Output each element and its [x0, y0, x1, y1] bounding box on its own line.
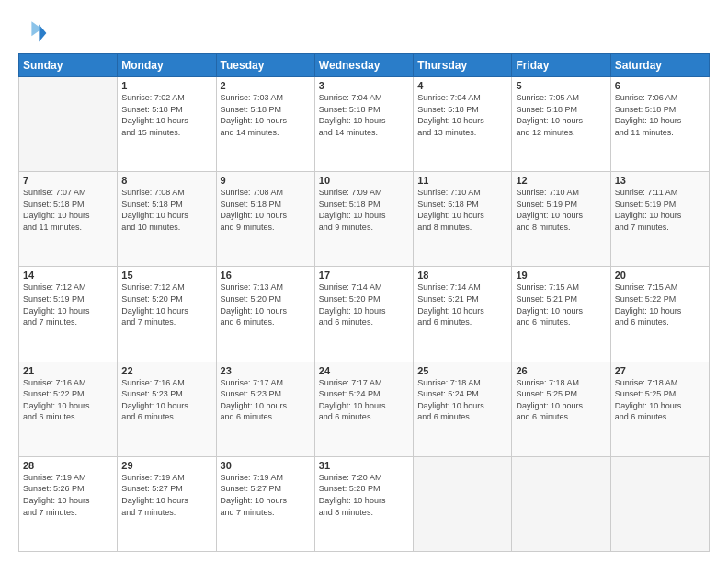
day-number: 19	[516, 270, 606, 281]
weekday-header-sunday: Sunday	[19, 54, 118, 77]
weekday-header-wednesday: Wednesday	[314, 54, 413, 77]
day-number: 22	[121, 365, 211, 376]
logo	[18, 18, 51, 48]
day-info: Sunrise: 7:17 AM Sunset: 5:23 PM Dayligh…	[221, 377, 311, 423]
calendar-cell: 8Sunrise: 7:08 AM Sunset: 5:18 PM Daylig…	[118, 172, 216, 267]
calendar-cell: 15Sunrise: 7:12 AM Sunset: 5:20 PM Dayli…	[118, 267, 216, 362]
day-number: 30	[221, 460, 311, 471]
day-info: Sunrise: 7:15 AM Sunset: 5:21 PM Dayligh…	[516, 282, 606, 327]
day-number: 7	[23, 175, 113, 186]
day-number: 1	[121, 80, 211, 91]
day-info: Sunrise: 7:14 AM Sunset: 5:20 PM Dayligh…	[319, 282, 409, 327]
calendar-table: SundayMondayTuesdayWednesdayThursdayFrid…	[18, 53, 710, 552]
weekday-header-tuesday: Tuesday	[216, 54, 314, 77]
day-info: Sunrise: 7:02 AM Sunset: 5:18 PM Dayligh…	[121, 92, 211, 138]
day-number: 24	[319, 365, 409, 376]
day-number: 23	[221, 365, 311, 376]
day-info: Sunrise: 7:07 AM Sunset: 5:18 PM Dayligh…	[23, 187, 113, 233]
calendar-header-row: SundayMondayTuesdayWednesdayThursdayFrid…	[19, 54, 710, 77]
day-number: 17	[319, 270, 409, 281]
day-number: 3	[319, 80, 409, 91]
day-info: Sunrise: 7:14 AM Sunset: 5:21 PM Dayligh…	[417, 282, 507, 327]
day-info: Sunrise: 7:13 AM Sunset: 5:20 PM Dayligh…	[221, 282, 311, 327]
day-number: 9	[221, 175, 311, 186]
calendar-cell: 30Sunrise: 7:19 AM Sunset: 5:27 PM Dayli…	[216, 456, 314, 551]
day-info: Sunrise: 7:18 AM Sunset: 5:25 PM Dayligh…	[615, 377, 705, 423]
day-number: 13	[615, 175, 705, 186]
day-info: Sunrise: 7:08 AM Sunset: 5:18 PM Dayligh…	[221, 187, 311, 233]
calendar-week-1: 1Sunrise: 7:02 AM Sunset: 5:18 PM Daylig…	[19, 77, 710, 172]
day-info: Sunrise: 7:17 AM Sunset: 5:24 PM Dayligh…	[319, 377, 409, 423]
calendar-cell: 19Sunrise: 7:15 AM Sunset: 5:21 PM Dayli…	[512, 267, 610, 362]
day-number: 16	[221, 270, 311, 281]
day-number: 8	[121, 175, 211, 186]
day-info: Sunrise: 7:12 AM Sunset: 5:19 PM Dayligh…	[23, 282, 113, 327]
calendar-week-2: 7Sunrise: 7:07 AM Sunset: 5:18 PM Daylig…	[19, 172, 710, 267]
day-info: Sunrise: 7:04 AM Sunset: 5:18 PM Dayligh…	[319, 92, 409, 138]
calendar-cell: 4Sunrise: 7:04 AM Sunset: 5:18 PM Daylig…	[414, 77, 512, 172]
day-info: Sunrise: 7:09 AM Sunset: 5:18 PM Dayligh…	[319, 187, 409, 233]
day-number: 11	[417, 175, 507, 186]
day-info: Sunrise: 7:12 AM Sunset: 5:20 PM Dayligh…	[121, 282, 211, 327]
calendar-cell: 10Sunrise: 7:09 AM Sunset: 5:18 PM Dayli…	[314, 172, 413, 267]
day-number: 15	[121, 270, 211, 281]
day-info: Sunrise: 7:18 AM Sunset: 5:24 PM Dayligh…	[417, 377, 507, 423]
calendar-cell: 18Sunrise: 7:14 AM Sunset: 5:21 PM Dayli…	[414, 267, 512, 362]
day-number: 25	[417, 365, 507, 376]
day-number: 31	[319, 460, 409, 471]
page: SundayMondayTuesdayWednesdayThursdayFrid…	[0, 0, 728, 563]
calendar-cell: 5Sunrise: 7:05 AM Sunset: 5:18 PM Daylig…	[512, 77, 610, 172]
calendar-cell	[414, 456, 512, 551]
day-info: Sunrise: 7:15 AM Sunset: 5:22 PM Dayligh…	[615, 282, 705, 327]
day-info: Sunrise: 7:05 AM Sunset: 5:18 PM Dayligh…	[516, 92, 606, 138]
calendar-cell: 3Sunrise: 7:04 AM Sunset: 5:18 PM Daylig…	[314, 77, 413, 172]
calendar-week-4: 21Sunrise: 7:16 AM Sunset: 5:22 PM Dayli…	[19, 362, 710, 456]
calendar-cell: 28Sunrise: 7:19 AM Sunset: 5:26 PM Dayli…	[19, 456, 118, 551]
day-number: 10	[319, 175, 409, 186]
day-info: Sunrise: 7:19 AM Sunset: 5:27 PM Dayligh…	[121, 472, 211, 518]
day-info: Sunrise: 7:16 AM Sunset: 5:22 PM Dayligh…	[23, 377, 113, 423]
day-number: 27	[615, 365, 705, 376]
day-info: Sunrise: 7:16 AM Sunset: 5:23 PM Dayligh…	[121, 377, 211, 423]
day-info: Sunrise: 7:19 AM Sunset: 5:27 PM Dayligh…	[221, 472, 311, 518]
day-info: Sunrise: 7:18 AM Sunset: 5:25 PM Dayligh…	[516, 377, 606, 423]
calendar-cell	[610, 456, 709, 551]
calendar-cell: 1Sunrise: 7:02 AM Sunset: 5:18 PM Daylig…	[118, 77, 216, 172]
day-number: 18	[417, 270, 507, 281]
day-number: 20	[615, 270, 705, 281]
calendar-cell: 27Sunrise: 7:18 AM Sunset: 5:25 PM Dayli…	[610, 362, 709, 456]
weekday-header-friday: Friday	[512, 54, 610, 77]
day-info: Sunrise: 7:11 AM Sunset: 5:19 PM Dayligh…	[615, 187, 705, 233]
logo-icon	[18, 18, 48, 48]
day-number: 4	[417, 80, 507, 91]
calendar-week-3: 14Sunrise: 7:12 AM Sunset: 5:19 PM Dayli…	[19, 267, 710, 362]
calendar-cell: 17Sunrise: 7:14 AM Sunset: 5:20 PM Dayli…	[314, 267, 413, 362]
day-number: 21	[23, 365, 113, 376]
calendar-cell: 31Sunrise: 7:20 AM Sunset: 5:28 PM Dayli…	[314, 456, 413, 551]
day-number: 28	[23, 460, 113, 471]
calendar-cell: 23Sunrise: 7:17 AM Sunset: 5:23 PM Dayli…	[216, 362, 314, 456]
day-info: Sunrise: 7:19 AM Sunset: 5:26 PM Dayligh…	[23, 472, 113, 518]
day-info: Sunrise: 7:20 AM Sunset: 5:28 PM Dayligh…	[319, 472, 409, 518]
calendar-cell: 16Sunrise: 7:13 AM Sunset: 5:20 PM Dayli…	[216, 267, 314, 362]
calendar-cell: 7Sunrise: 7:07 AM Sunset: 5:18 PM Daylig…	[19, 172, 118, 267]
day-info: Sunrise: 7:10 AM Sunset: 5:18 PM Dayligh…	[417, 187, 507, 233]
calendar-cell: 2Sunrise: 7:03 AM Sunset: 5:18 PM Daylig…	[216, 77, 314, 172]
calendar-cell: 20Sunrise: 7:15 AM Sunset: 5:22 PM Dayli…	[610, 267, 709, 362]
day-info: Sunrise: 7:06 AM Sunset: 5:18 PM Dayligh…	[615, 92, 705, 138]
calendar-cell: 9Sunrise: 7:08 AM Sunset: 5:18 PM Daylig…	[216, 172, 314, 267]
calendar-cell	[512, 456, 610, 551]
weekday-header-monday: Monday	[118, 54, 216, 77]
header	[18, 15, 710, 48]
weekday-header-saturday: Saturday	[610, 54, 709, 77]
calendar-cell: 6Sunrise: 7:06 AM Sunset: 5:18 PM Daylig…	[610, 77, 709, 172]
calendar-cell: 26Sunrise: 7:18 AM Sunset: 5:25 PM Dayli…	[512, 362, 610, 456]
calendar-cell	[19, 77, 118, 172]
calendar-cell: 14Sunrise: 7:12 AM Sunset: 5:19 PM Dayli…	[19, 267, 118, 362]
calendar-week-5: 28Sunrise: 7:19 AM Sunset: 5:26 PM Dayli…	[19, 456, 710, 551]
day-info: Sunrise: 7:03 AM Sunset: 5:18 PM Dayligh…	[221, 92, 311, 138]
svg-marker-0	[39, 24, 46, 41]
calendar-cell: 11Sunrise: 7:10 AM Sunset: 5:18 PM Dayli…	[414, 172, 512, 267]
day-number: 6	[615, 80, 705, 91]
calendar-cell: 22Sunrise: 7:16 AM Sunset: 5:23 PM Dayli…	[118, 362, 216, 456]
